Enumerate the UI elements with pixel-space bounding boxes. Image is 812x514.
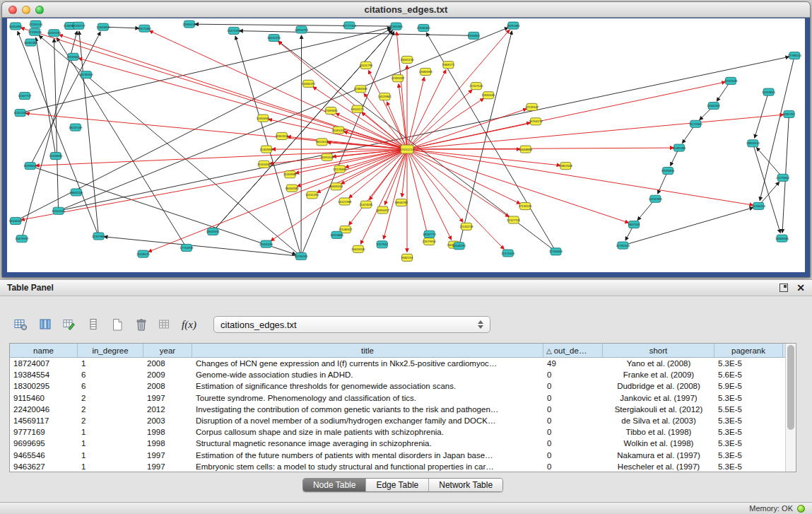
cell-in_degree[interactable]: 2 — [78, 404, 143, 415]
graph-node[interactable]: 19151210 — [400, 145, 414, 153]
cell-year[interactable]: 1997 — [143, 392, 192, 404]
cell-title[interactable]: Tourette syndrome. Phenomenology and cla… — [192, 392, 543, 404]
graph-node[interactable]: 14990357 — [376, 206, 390, 214]
cell-pagerank[interactable]: 5.3E-5 — [714, 415, 783, 426]
cell-in_degree[interactable]: 1 — [78, 450, 143, 461]
cell-pagerank[interactable]: 5.6E-5 — [714, 369, 783, 380]
graph-node[interactable]: 19671060 — [138, 25, 152, 32]
table-row[interactable]: 946362711997Embryonic stem cells: a mode… — [10, 461, 796, 472]
cell-short[interactable]: de Silva et al. (2003) — [603, 415, 714, 426]
cell-title[interactable]: Estimation of significance thresholds fo… — [192, 380, 543, 392]
graph-node[interactable]: 13005156 — [400, 56, 414, 63]
window-titlebar[interactable]: citations_edges.txt — [2, 2, 810, 18]
column-header-in_degree[interactable]: in_degree — [78, 344, 143, 358]
graph-node[interactable]: 21557520 — [469, 83, 483, 90]
graph-node[interactable]: 14742396 — [649, 195, 663, 202]
graph-node[interactable]: 10459533 — [47, 30, 61, 37]
vertical-scrollbar[interactable] — [785, 344, 796, 472]
cell-name[interactable]: 14569117 — [10, 415, 78, 426]
cell-name[interactable]: 9699695 — [10, 438, 78, 449]
graph-node[interactable]: 13680983 — [419, 68, 433, 75]
graph-node[interactable]: 18940787 — [394, 199, 408, 206]
cell-short[interactable]: Yano et al. (2008) — [603, 358, 714, 369]
graph-node[interactable]: 14450802 — [8, 23, 23, 30]
graph-node[interactable]: 14239303 — [79, 71, 93, 78]
cell-pagerank[interactable]: 5.3E-5 — [714, 358, 783, 369]
cell-year[interactable]: 1998 — [143, 438, 192, 449]
graph-node[interactable]: 23239605 — [66, 53, 81, 60]
tab-network-table[interactable]: Network Table — [428, 479, 502, 491]
graph-node[interactable]: 11340262 — [707, 103, 720, 110]
table-select-dropdown[interactable]: citations_edges.txt — [213, 316, 490, 333]
column-header-year[interactable]: year — [143, 344, 192, 358]
cell-year[interactable]: 2012 — [143, 404, 192, 415]
cell-title[interactable]: Embryonic stem cells: a model to study s… — [192, 461, 543, 472]
graph-node[interactable]: 11321340 — [13, 110, 27, 117]
graph-node[interactable]: 18237139 — [69, 124, 83, 131]
graph-node[interactable]: 12144000 — [549, 248, 563, 255]
cell-title[interactable]: Investigating the contribution of common… — [192, 404, 543, 415]
graph-node[interactable]: 20424100 — [351, 245, 365, 252]
close-window-icon[interactable] — [8, 6, 17, 14]
graph-node[interactable]: 12347727 — [18, 93, 32, 100]
graph-node[interactable]: 9651613 — [316, 139, 328, 146]
close-panel-icon[interactable]: ✕ — [796, 284, 805, 292]
table-row[interactable]: 946554611997Estimation of the future num… — [10, 450, 796, 461]
cell-year[interactable]: 2003 — [143, 415, 192, 426]
graph-node[interactable]: 17099695 — [324, 107, 339, 115]
graph-node[interactable]: 21361665 — [389, 23, 404, 30]
cell-pagerank[interactable]: 5.3E-5 — [714, 438, 783, 449]
cell-out_degree[interactable]: 0 — [543, 438, 603, 449]
graph-node[interactable]: 16704274 — [529, 118, 543, 125]
graph-node[interactable]: 21474591 — [359, 201, 373, 208]
cell-short[interactable]: Stergiakouli et al. (2012) — [603, 404, 714, 415]
graph-node[interactable]: 12777353 — [343, 22, 357, 29]
tab-node-table[interactable]: Node Table — [303, 479, 366, 491]
graph-node[interactable]: 17205130 — [29, 21, 43, 28]
cell-name[interactable]: 18724007 — [10, 358, 78, 369]
graph-node[interactable]: 22399287 — [391, 75, 405, 82]
graph-node[interactable]: 18434585 — [285, 185, 299, 192]
cell-short[interactable]: Tibbo et al. (1998) — [603, 426, 714, 438]
cell-title[interactable]: Changes of HCN gene expression and I(f) … — [192, 358, 543, 369]
cell-name[interactable]: 19384554 — [10, 369, 78, 380]
graph-node[interactable]: 16265382 — [24, 39, 38, 46]
graph-node[interactable]: 13893970 — [746, 140, 760, 147]
graph-node[interactable]: 16368185 — [775, 235, 789, 242]
cell-year[interactable]: 1997 — [143, 461, 192, 472]
graph-node[interactable]: 21571626 — [501, 250, 515, 257]
column-chooser-icon[interactable] — [35, 315, 54, 334]
function-builder-icon[interactable]: f(x) — [180, 315, 199, 334]
cell-short[interactable]: Dudbridge et al. (2008) — [603, 380, 714, 392]
cell-year[interactable]: 2008 — [143, 380, 192, 392]
table-row[interactable]: 911546021997Tourette syndrome. Phenomeno… — [10, 392, 796, 404]
graph-node[interactable]: 14121988 — [338, 198, 352, 205]
cell-out_degree[interactable]: 0 — [543, 426, 603, 438]
graph-node[interactable]: 9467569 — [628, 221, 640, 228]
graph-node[interactable]: 19593831 — [661, 168, 676, 175]
cell-out_degree[interactable]: 0 — [543, 461, 603, 472]
graph-node[interactable]: 12463810 — [96, 23, 110, 30]
graph-node[interactable]: 10316945 — [257, 115, 271, 122]
trash-icon[interactable] — [131, 315, 151, 334]
graph-node[interactable]: 22091350 — [331, 127, 346, 134]
graph-node[interactable]: 21001096 — [259, 240, 273, 247]
graph-node[interactable]: 14068880 — [519, 146, 533, 153]
cell-pagerank[interactable]: 5.3E-5 — [714, 450, 783, 461]
cell-out_degree[interactable]: 0 — [543, 369, 603, 380]
graph-node[interactable]: 16591295 — [267, 35, 281, 42]
graph-node[interactable]: 19101175 — [351, 105, 364, 112]
graph-node[interactable]: 17710958 — [180, 244, 194, 251]
graph-node[interactable]: 22679954 — [423, 238, 437, 245]
graph-node[interactable]: 22936365 — [417, 24, 431, 31]
graph-node[interactable]: 11333815 — [762, 88, 775, 95]
graph-node[interactable]: 13176834 — [333, 165, 347, 173]
table-row[interactable]: 2242004622012Investigating the contribut… — [10, 404, 796, 415]
cell-title[interactable]: Estimation of the future numbers of pati… — [192, 450, 543, 461]
graph-node[interactable]: 17788154 — [788, 52, 802, 59]
cell-in_degree[interactable]: 1 — [78, 358, 143, 369]
cell-in_degree[interactable]: 6 — [78, 380, 143, 392]
cell-in_degree[interactable]: 6 — [78, 369, 143, 380]
graph-node[interactable]: 13642691 — [206, 228, 220, 235]
graph-node[interactable]: 18230717 — [72, 22, 86, 29]
